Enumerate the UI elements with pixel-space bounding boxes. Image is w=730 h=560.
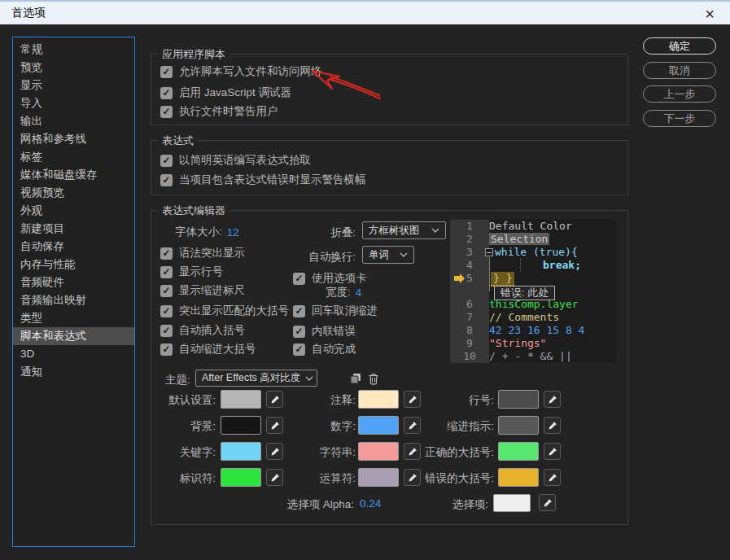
sidebar-item-memory-performance[interactable]: 内存与性能 [13,256,134,273]
background-swatch[interactable] [221,416,261,435]
sidebar-item-general[interactable]: 常规 [13,41,134,59]
sidebar-item-previews[interactable]: 预览 [13,59,134,77]
eyedropper-button[interactable] [544,417,561,434]
eyedropper-icon [548,395,557,405]
line-number: 9 [450,337,489,350]
eyedropper-button[interactable] [539,494,556,511]
duplicate-theme-button[interactable] [348,371,363,386]
checkbox-label: 显示行号 [179,265,223,279]
chevron-down-icon [305,376,313,381]
eyedropper-icon [548,421,557,431]
checkbox-label: 启用 JavaScript 调试器 [179,85,291,100]
code-line-comment: // Comments [489,311,617,324]
checkbox-warn-on-execute[interactable]: ✓ [160,106,173,118]
checkbox-plain-english-pickwhip[interactable]: ✓ [160,155,173,167]
checkbox-show-indent-guides[interactable]: ✓ [160,285,173,297]
wrap-dropdown[interactable]: 单词 [362,246,414,264]
error-tooltip: 错误: 此处 [494,286,555,300]
fold-dropdown-value: 方框树状图 [369,224,420,238]
checkbox-label: 以简明英语编写表达式拾取 [179,153,311,168]
fold-dropdown[interactable]: 方框树状图 [362,221,446,239]
delete-theme-button[interactable] [366,371,381,386]
selection-alpha-value[interactable]: 0.24 [360,497,381,510]
checkbox-auto-complete[interactable]: ✓ [293,343,305,356]
checkbox-label: 内联错误 [312,324,356,339]
line-number: 10 [450,350,489,363]
checkbox-highlight-matching-braces[interactable]: ✓ [160,305,173,317]
theme-dropdown-value: After Effects 高对比度 [202,371,300,385]
sidebar-item-new-project[interactable]: 新建项目 [13,220,134,238]
sidebar-item-auto-save[interactable]: 自动保存 [13,238,134,256]
default-color-swatch[interactable] [221,390,261,409]
background-label: 背景: [151,419,216,434]
tab-width-label: 宽度: [326,285,351,300]
trash-icon [368,373,379,385]
code-fold-line [489,257,490,291]
sidebar-item-output[interactable]: 输出 [13,112,134,130]
tab-width-value[interactable]: 4 [356,287,362,299]
error-brace-swatch[interactable] [498,468,539,487]
next-button[interactable]: 下一步 [643,110,716,127]
checkbox-use-tabs[interactable]: ✓ [293,273,305,285]
sidebar-item-labels[interactable]: 标签 [13,148,134,166]
checkbox-auto-insert-brackets[interactable]: ✓ [160,325,173,337]
sidebar-item-type[interactable]: 类型 [13,309,134,327]
close-button[interactable]: × [694,3,725,24]
line-number: 8 [450,324,489,337]
line-number-swatch[interactable] [498,390,539,409]
prev-button[interactable]: 上一步 [643,85,716,103]
code-line-string: "Strings" [489,337,617,350]
code-line-selection: Selection [489,233,549,245]
sidebar-item-display[interactable]: 显示 [13,77,134,94]
sidebar-item-scripting-expressions[interactable]: 脚本和表达式 [13,327,134,345]
eyedropper-button[interactable] [544,469,561,486]
enter-unindents-row: ✓ 回车取消缩进 [293,304,378,318]
sidebar-item-audio-hardware[interactable]: 音频硬件 [13,273,134,291]
identifier-swatch[interactable] [221,468,261,487]
chevron-down-icon [400,252,408,257]
code-line-break: break; [489,259,617,272]
code-preview: 1Default Color 2Selection 3while (true){… [450,220,617,363]
checkbox-enter-unindents[interactable]: ✓ [293,305,305,317]
checkbox-allow-scripts-write[interactable]: ✓ [160,66,173,78]
sidebar-item-audio-output-mapping[interactable]: 音频输出映射 [13,291,134,309]
checkbox-enable-js-debugger[interactable]: ✓ [160,87,173,99]
wrap-dropdown-value: 单词 [369,248,389,262]
ok-button[interactable]: 确定 [643,37,716,55]
sidebar-item-notifications[interactable]: 通知 [13,363,134,381]
checkbox-syntax-highlight[interactable]: ✓ [160,247,173,260]
checkbox-show-line-numbers[interactable]: ✓ [160,266,173,278]
sidebar-item-grids-guides[interactable]: 网格和参考线 [13,130,134,148]
checkbox-auto-indent-braces[interactable]: ✓ [160,343,173,356]
wrap-label-row: 自动换行: [293,250,356,265]
indent-indicator-swatch[interactable] [498,416,539,435]
checkbox-warning-banner[interactable]: ✓ [160,174,173,186]
checkbox-inline-errors[interactable]: ✓ [293,326,305,338]
use-tabs-row: ✓ 使用选项卡 [293,271,367,286]
theme-dropdown[interactable]: After Effects 高对比度 [195,370,317,387]
eyedropper-button[interactable] [544,443,561,460]
font-size-value[interactable]: 12 [227,226,239,238]
eyedropper-icon [543,498,553,508]
correct-brace-swatch[interactable] [498,442,539,461]
fold-label: 折叠: [330,225,356,240]
code-line-default: Default Color [489,220,617,233]
font-size-row: 字体大小: 12 [175,225,239,239]
window-title: 首选项 [11,6,46,20]
sidebar-item-appearance[interactable]: 外观 [13,202,134,220]
number-label: 数字: [269,419,356,434]
sidebar-item-import[interactable]: 导入 [13,94,134,112]
checkbox-label: 使用选项卡 [312,271,367,286]
cancel-button[interactable]: 取消 [643,62,716,79]
font-size-label: 字体大小: [175,225,222,239]
eyedropper-button[interactable] [544,391,561,408]
warn-on-execute-row: ✓ 执行文件时警告用户 [160,104,278,119]
sidebar: 常规 预览 显示 导入 输出 网格和参考线 标签 媒体和磁盘缓存 视频预览 外观… [12,37,135,547]
selection-swatch[interactable] [493,494,531,512]
sidebar-item-media-disk-cache[interactable]: 媒体和磁盘缓存 [13,166,134,184]
keyword-swatch[interactable] [221,442,261,461]
sidebar-item-video-preview[interactable]: 视频预览 [13,184,134,202]
comment-label: 注释: [269,393,356,408]
checkbox-label: 当项目包含表达式错误时显示警告横幅 [179,173,366,187]
sidebar-item-3d[interactable]: 3D [13,345,134,363]
